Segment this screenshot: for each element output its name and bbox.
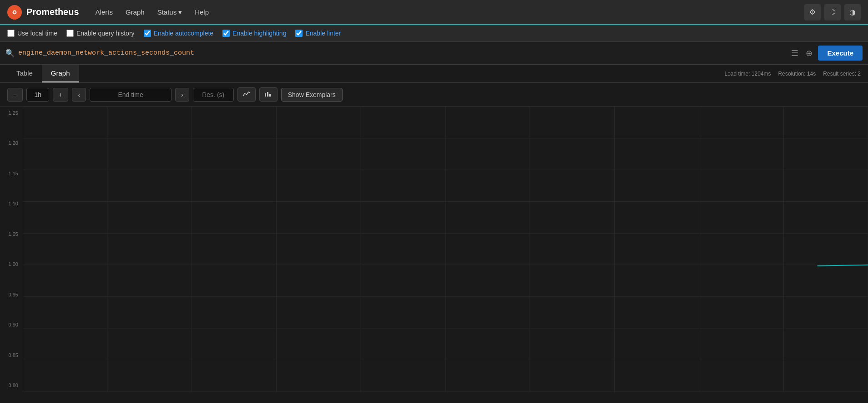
show-exemplars-button[interactable]: Show Exemplars bbox=[281, 88, 343, 102]
execute-button[interactable]: Execute bbox=[818, 46, 863, 61]
svg-rect-3 bbox=[265, 93, 266, 97]
settings-button[interactable]: ⚙ bbox=[804, 4, 821, 20]
content-area: Use local time Enable query history Enab… bbox=[0, 25, 868, 403]
y-label-9: 0.80 bbox=[2, 383, 21, 388]
zoom-out-button[interactable]: − bbox=[7, 88, 23, 102]
contrast-button[interactable]: ◑ bbox=[844, 4, 861, 20]
navbar-right: ⚙ ☽ ◑ bbox=[804, 4, 861, 20]
prometheus-logo bbox=[7, 5, 22, 20]
y-label-8: 0.85 bbox=[2, 352, 21, 358]
resolution-input[interactable] bbox=[193, 88, 234, 102]
chevron-down-icon: ▾ bbox=[178, 8, 182, 16]
enable-query-history-label[interactable]: Enable query history bbox=[66, 30, 135, 37]
enable-autocomplete-text: Enable autocomplete bbox=[154, 30, 214, 37]
enable-highlighting-text: Enable highlighting bbox=[232, 30, 286, 37]
bar-chart-icon bbox=[264, 91, 273, 98]
y-label-2: 1.15 bbox=[2, 171, 21, 176]
use-local-time-checkbox[interactable] bbox=[7, 30, 15, 37]
circle-icon: ◑ bbox=[849, 8, 856, 16]
enable-query-history-checkbox[interactable] bbox=[66, 30, 74, 37]
enable-highlighting-checkbox[interactable] bbox=[222, 30, 230, 37]
search-icon: 🔍 bbox=[5, 49, 15, 57]
prev-time-button[interactable]: ‹ bbox=[72, 88, 86, 102]
use-local-time-label[interactable]: Use local time bbox=[7, 30, 57, 37]
svg-rect-4 bbox=[267, 92, 268, 97]
y-label-0: 1.25 bbox=[2, 110, 21, 116]
graph-link[interactable]: Graph bbox=[120, 5, 150, 19]
end-time-display[interactable]: End time bbox=[90, 88, 172, 102]
tab-graph[interactable]: Graph bbox=[42, 65, 79, 82]
enable-autocomplete-label[interactable]: Enable autocomplete bbox=[144, 30, 214, 37]
enable-linter-checkbox[interactable] bbox=[295, 30, 303, 37]
load-time-stat: Load time: 1204ms bbox=[725, 71, 771, 77]
dark-mode-button[interactable]: ☽ bbox=[824, 4, 841, 20]
status-link[interactable]: Status ▾ bbox=[152, 5, 188, 19]
navbar-brand: Prometheus bbox=[26, 7, 79, 17]
help-link[interactable]: Help bbox=[189, 5, 214, 19]
svg-rect-5 bbox=[269, 94, 271, 97]
chart-container: 1.25 1.20 1.15 1.10 1.05 1.00 0.95 0.90 … bbox=[0, 107, 868, 392]
chart-svg bbox=[23, 107, 868, 392]
enable-linter-label[interactable]: Enable linter bbox=[295, 30, 341, 37]
enable-highlighting-label[interactable]: Enable highlighting bbox=[222, 30, 286, 37]
navbar: Prometheus Alerts Graph Status ▾ Help ⚙ … bbox=[0, 0, 868, 25]
line-chart-icon bbox=[242, 91, 251, 98]
enable-query-history-text: Enable query history bbox=[76, 30, 135, 37]
y-label-1: 1.20 bbox=[2, 140, 21, 146]
y-label-4: 1.05 bbox=[2, 231, 21, 237]
navbar-links: Alerts Graph Status ▾ Help bbox=[90, 5, 804, 19]
metrics-explorer-button[interactable]: ⊕ bbox=[804, 46, 814, 60]
next-time-button[interactable]: › bbox=[175, 88, 189, 102]
history-icon-button[interactable]: ☰ bbox=[789, 46, 800, 60]
tab-stats: Load time: 1204ms Resolution: 14s Result… bbox=[725, 71, 861, 77]
enable-autocomplete-checkbox[interactable] bbox=[144, 30, 151, 37]
graph-controls: − 1h + ‹ End time › Show Exemplars bbox=[0, 83, 868, 107]
alerts-link[interactable]: Alerts bbox=[90, 5, 118, 19]
tab-table[interactable]: Table bbox=[7, 65, 42, 82]
zoom-in-button[interactable]: + bbox=[53, 88, 68, 102]
resolution-stat: Resolution: 14s bbox=[778, 71, 816, 77]
moon-icon: ☽ bbox=[829, 8, 836, 16]
y-axis: 1.25 1.20 1.15 1.10 1.05 1.00 0.95 0.90 … bbox=[0, 107, 23, 392]
use-local-time-text: Use local time bbox=[17, 30, 57, 37]
enable-linter-text: Enable linter bbox=[305, 30, 341, 37]
duration-display: 1h bbox=[26, 88, 49, 102]
y-label-5: 1.00 bbox=[2, 261, 21, 267]
tab-row: Table Graph Load time: 1204ms Resolution… bbox=[0, 65, 868, 83]
options-row: Use local time Enable query history Enab… bbox=[0, 25, 868, 42]
chart-area: 1.25 1.20 1.15 1.10 1.05 1.00 0.95 0.90 … bbox=[0, 107, 868, 403]
svg-point-2 bbox=[14, 11, 15, 13]
gear-icon: ⚙ bbox=[809, 8, 816, 16]
y-label-6: 0.95 bbox=[2, 292, 21, 297]
line-chart-button[interactable] bbox=[237, 87, 256, 102]
chart-inner bbox=[23, 107, 868, 392]
y-label-7: 0.90 bbox=[2, 322, 21, 327]
result-series-stat: Result series: 2 bbox=[823, 71, 861, 77]
query-row: 🔍 ☰ ⊕ Execute bbox=[0, 42, 868, 65]
y-label-3: 1.10 bbox=[2, 201, 21, 206]
bar-chart-button[interactable] bbox=[259, 87, 278, 102]
query-input[interactable] bbox=[18, 49, 786, 57]
